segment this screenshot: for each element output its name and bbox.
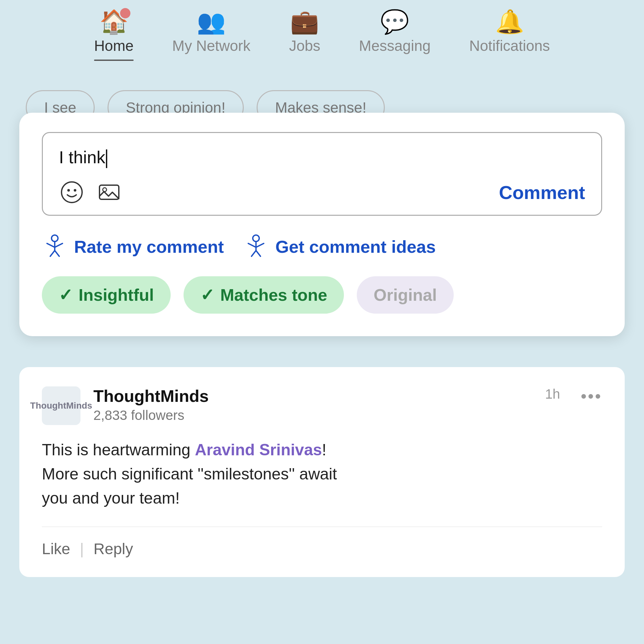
nav-bar: 🏠 Home 👥 My Network 💼 Jobs 💬 Messaging 🔔…	[0, 0, 644, 64]
emoji-button[interactable]	[59, 179, 85, 205]
nav-label-network: My Network	[172, 37, 251, 54]
svg-point-11	[253, 235, 259, 241]
comment-text-display: I think	[59, 147, 585, 170]
post-body: This is heartwarming Aravind Srinivas!Mo…	[42, 438, 602, 510]
nav-label-jobs: Jobs	[289, 37, 320, 54]
svg-point-0	[62, 182, 82, 203]
get-ideas-button[interactable]: Get comment ideas	[243, 234, 436, 260]
post-meta: ThoughtMinds 2,833 followers	[93, 386, 532, 423]
badge-insightful-label: Insightful	[79, 285, 154, 305]
svg-line-14	[256, 251, 260, 256]
svg-line-15	[248, 243, 256, 247]
post-header: ThoughtMinds ThoughtMinds 2,833 follower…	[42, 386, 602, 425]
comment-icons-group	[59, 179, 122, 205]
svg-line-16	[256, 243, 264, 247]
comment-submit-button[interactable]: Comment	[499, 182, 585, 203]
network-icon: 👥	[197, 10, 226, 33]
badge-matches-tone[interactable]: ✓ Matches tone	[184, 276, 344, 314]
badge-insightful[interactable]: ✓ Insightful	[42, 276, 171, 314]
svg-line-9	[47, 243, 55, 247]
comment-toolbar: Comment	[59, 179, 585, 205]
post-body-text: This is heartwarming	[42, 441, 195, 459]
post-time: 1h	[545, 386, 560, 402]
post-author-name: ThoughtMinds	[93, 386, 532, 406]
notifications-icon: 🔔	[495, 10, 524, 33]
get-ideas-label: Get comment ideas	[275, 237, 436, 257]
image-button[interactable]	[96, 179, 122, 205]
nav-item-notifications[interactable]: 🔔 Notifications	[469, 10, 550, 54]
badge-original-label: Original	[374, 285, 437, 305]
nav-item-my-network[interactable]: 👥 My Network	[172, 10, 251, 54]
check-icon-insightful: ✓	[59, 285, 73, 305]
nav-label-notifications: Notifications	[469, 37, 550, 54]
svg-point-2	[74, 189, 76, 192]
post-more-options[interactable]: •••	[581, 386, 602, 406]
svg-line-8	[55, 251, 59, 256]
badge-original[interactable]: Original	[357, 276, 453, 314]
svg-point-5	[52, 235, 58, 241]
jobs-icon: 💼	[290, 10, 319, 33]
comment-modal: I think	[19, 113, 625, 336]
svg-line-7	[50, 251, 55, 256]
svg-point-4	[103, 188, 107, 192]
reply-button[interactable]: Reply	[94, 540, 133, 558]
svg-line-10	[55, 243, 62, 247]
comment-input-container[interactable]: I think	[42, 132, 602, 216]
rate-comment-label: Rate my comment	[74, 237, 224, 257]
post-logo: ThoughtMinds	[42, 386, 81, 425]
nav-label-messaging: Messaging	[359, 37, 431, 54]
post-card: ThoughtMinds ThoughtMinds 2,833 follower…	[19, 367, 625, 577]
actions-row: Rate my comment Get comment ideas	[42, 234, 602, 260]
svg-rect-3	[99, 185, 119, 199]
post-followers: 2,833 followers	[93, 408, 532, 423]
post-mention[interactable]: Aravind Srinivas	[195, 441, 322, 459]
badge-matches-tone-label: Matches tone	[220, 285, 327, 305]
nav-item-home[interactable]: 🏠 Home	[94, 10, 134, 54]
svg-point-1	[67, 189, 70, 192]
home-badge	[119, 7, 132, 20]
check-icon-matches-tone: ✓	[200, 285, 214, 305]
action-separator: |	[80, 540, 84, 558]
like-button[interactable]: Like	[42, 540, 70, 558]
svg-line-13	[251, 251, 256, 256]
text-cursor	[106, 149, 107, 168]
nav-label-home: Home	[94, 37, 134, 54]
rate-comment-button[interactable]: Rate my comment	[42, 234, 224, 260]
nav-item-messaging[interactable]: 💬 Messaging	[359, 10, 431, 54]
messaging-icon: 💬	[380, 10, 409, 33]
nav-item-jobs[interactable]: 💼 Jobs	[289, 10, 320, 54]
badges-row: ✓ Insightful ✓ Matches tone Original	[42, 276, 602, 314]
post-actions: Like | Reply	[42, 526, 602, 558]
